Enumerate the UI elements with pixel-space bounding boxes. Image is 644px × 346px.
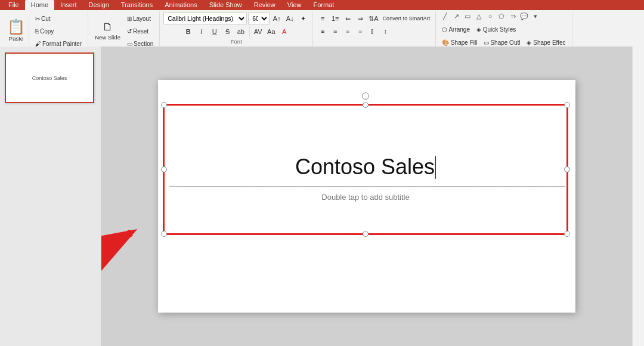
text-direction-button[interactable]: ⇅A bbox=[367, 13, 380, 24]
arrange-button[interactable]: ⬡ Arrange bbox=[439, 23, 472, 35]
ribbon: File Home Insert Design Transitions Anim… bbox=[0, 0, 644, 47]
ribbon-tabs: File Home Insert Design Transitions Anim… bbox=[0, 0, 644, 10]
handle-tc[interactable] bbox=[363, 102, 369, 108]
font-color-button[interactable]: A bbox=[278, 26, 290, 38]
rectangle-shape-icon[interactable]: ▭ bbox=[462, 13, 473, 22]
font-increase-button[interactable]: A↑ bbox=[271, 13, 283, 24]
slides-panel: Contoso Sales bbox=[0, 47, 101, 346]
handle-ml[interactable] bbox=[161, 166, 167, 172]
rotate-handle[interactable] bbox=[362, 92, 369, 100]
handle-bc[interactable] bbox=[363, 231, 369, 237]
handle-bl[interactable] bbox=[161, 231, 167, 237]
layout-button[interactable]: ⊞ Layout bbox=[125, 13, 156, 24]
right-arrow-shape-icon[interactable]: ⇒ bbox=[507, 13, 518, 22]
title-text: Contoso Sales bbox=[295, 155, 436, 180]
italic-button[interactable]: I bbox=[196, 26, 208, 38]
tab-home[interactable]: Home bbox=[25, 0, 54, 10]
change-case-button[interactable]: Aa bbox=[265, 26, 277, 38]
font-family-select[interactable]: Calibri Light (Headings) Calibri Arial bbox=[163, 13, 247, 24]
slide-thumb-label: Contoso Sales bbox=[32, 75, 67, 81]
svg-line-1 bbox=[101, 233, 131, 301]
tab-file[interactable]: File bbox=[2, 0, 25, 10]
shapes-row: ╱ ↗ ▭ △ ○ ⬠ ⇒ 💬 ▾ bbox=[439, 13, 541, 22]
new-slide-button[interactable]: 🗋 New Slide bbox=[92, 17, 123, 45]
columns-button[interactable]: ⫿ bbox=[367, 25, 379, 37]
increase-indent-button[interactable]: ⇒ bbox=[354, 13, 366, 24]
font-decrease-button[interactable]: A↓ bbox=[284, 13, 296, 24]
handle-tl[interactable] bbox=[161, 102, 167, 108]
align-right-button[interactable]: ≡ bbox=[342, 25, 354, 37]
slide-thumbnail-1[interactable]: Contoso Sales bbox=[5, 52, 94, 103]
convert-smartart-button[interactable]: Convert to SmartArt bbox=[381, 13, 432, 24]
cut-button[interactable]: ✂ Cut bbox=[33, 13, 84, 24]
font-divider bbox=[249, 26, 250, 37]
align-left-button[interactable]: ≡ bbox=[317, 25, 329, 37]
bold-button[interactable]: B bbox=[182, 26, 194, 38]
main-area: Contoso Sales bbox=[0, 47, 644, 346]
arrow-shape-icon[interactable]: ↗ bbox=[451, 13, 462, 22]
tab-format[interactable]: Format bbox=[307, 0, 340, 10]
clipboard-secondary: ✂ Cut ⎘ Copy 🖌 Format Painter bbox=[33, 13, 84, 50]
strikethrough-button[interactable]: S bbox=[222, 26, 234, 38]
line-shape-icon[interactable]: ╱ bbox=[439, 13, 450, 22]
text-cursor bbox=[435, 156, 436, 179]
text-shadow-button[interactable]: ab bbox=[235, 26, 247, 38]
handle-br[interactable] bbox=[564, 231, 570, 237]
title-textbox[interactable]: Contoso Sales Double tap to add subtitle bbox=[163, 104, 568, 235]
subtitle-placeholder[interactable]: Double tap to add subtitle bbox=[321, 193, 409, 202]
paste-button[interactable]: 📋 Paste bbox=[4, 17, 29, 45]
tab-slideshow[interactable]: Slide Show bbox=[203, 0, 248, 10]
copy-button[interactable]: ⎘ Copy bbox=[33, 25, 84, 37]
handle-mr[interactable] bbox=[564, 166, 570, 172]
numbering-button[interactable]: 1≡ bbox=[329, 13, 341, 24]
tab-design[interactable]: Design bbox=[83, 0, 115, 10]
tab-review[interactable]: Review bbox=[248, 0, 281, 10]
font-label: Font bbox=[231, 38, 242, 45]
more-shapes-icon[interactable]: ▾ bbox=[530, 13, 541, 22]
reset-button[interactable]: ↺ Reset bbox=[125, 25, 156, 37]
font-size-select[interactable]: 60 48 36 24 bbox=[248, 13, 270, 24]
bullets-button[interactable]: ≡ bbox=[317, 13, 329, 24]
tab-animations[interactable]: Animations bbox=[159, 0, 203, 10]
align-center-button[interactable]: ≡ bbox=[329, 25, 341, 37]
pentagon-shape-icon[interactable]: ⬠ bbox=[496, 13, 507, 22]
decrease-indent-button[interactable]: ⇐ bbox=[342, 13, 354, 24]
title-text-content: Contoso Sales bbox=[295, 155, 435, 179]
paste-icon: 📋 bbox=[7, 18, 25, 35]
underline-button[interactable]: U bbox=[209, 26, 221, 38]
tab-transitions[interactable]: Transitions bbox=[115, 0, 159, 10]
new-slide-icon: 🗋 bbox=[103, 21, 113, 33]
tab-insert[interactable]: Insert bbox=[54, 0, 83, 10]
triangle-shape-icon[interactable]: △ bbox=[473, 13, 484, 22]
subtitle-divider bbox=[169, 186, 565, 187]
right-panel bbox=[632, 47, 644, 346]
justify-button[interactable]: ≡ bbox=[354, 25, 366, 37]
canvas-area[interactable]: Contoso Sales Double tap to add subtitle bbox=[101, 47, 632, 346]
red-arrow bbox=[101, 215, 161, 310]
tab-view[interactable]: View bbox=[281, 0, 308, 10]
handle-tr[interactable] bbox=[564, 102, 570, 108]
quick-styles-button[interactable]: ◈ Quick Styles bbox=[474, 23, 518, 35]
slide-canvas: Contoso Sales Double tap to add subtitle bbox=[158, 80, 575, 313]
char-spacing-button[interactable]: AV bbox=[252, 26, 264, 38]
callout-shape-icon[interactable]: 💬 bbox=[519, 13, 530, 22]
circle-shape-icon[interactable]: ○ bbox=[485, 13, 496, 22]
clear-format-button[interactable]: ✦ bbox=[297, 13, 309, 24]
line-spacing-button[interactable]: ↕ bbox=[379, 25, 391, 37]
